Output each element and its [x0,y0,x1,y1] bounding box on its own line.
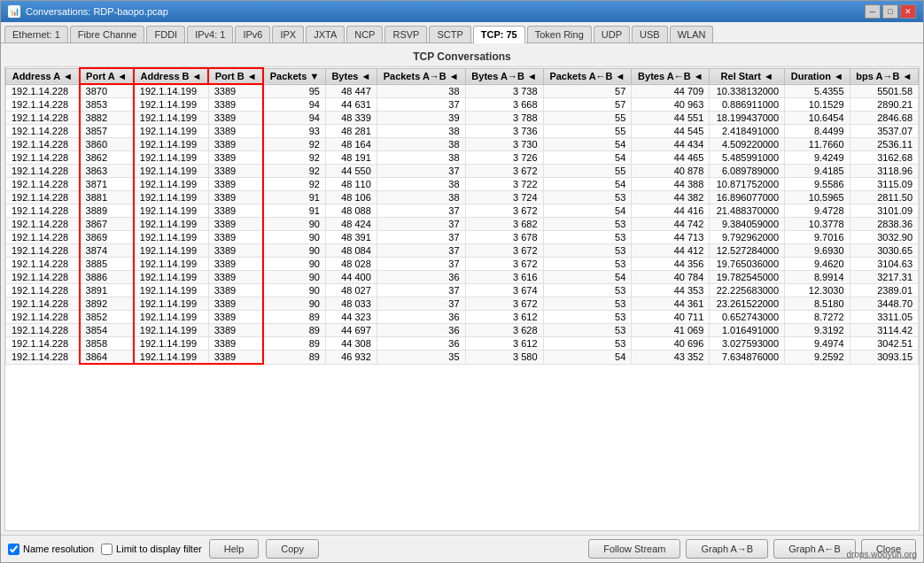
col-header-address-b[interactable]: Address B ◄ [134,68,208,84]
cell-r15-c12: 2389.01 [850,284,918,297]
cell-r11-c9: 44 713 [632,231,710,244]
tab-token-ring[interactable]: Token Ring [527,26,592,42]
cell-r5-c7: 3 726 [465,151,543,165]
tab-wlan[interactable]: WLAN [670,26,714,42]
cell-r11-c2: 192.1.14.199 [134,231,208,244]
col-header-packets-a-b[interactable]: Packets A→B ◄ [377,68,465,84]
name-resolution-checkbox[interactable] [8,544,19,555]
cell-r20-c7: 3 580 [465,351,543,365]
cell-r2-c5: 48 339 [325,112,377,125]
cell-r4-c4: 92 [263,138,325,151]
cell-r19-c9: 40 696 [632,337,710,351]
graph-ba-button[interactable]: Graph A←B [773,539,856,559]
tab-udp[interactable]: UDP [594,26,630,42]
cell-r5-c5: 48 191 [325,151,377,165]
limit-display-checkbox[interactable] [101,544,113,555]
cell-r15-c1: 3891 [80,284,134,297]
table-row[interactable]: 192.1.14.2283854192.1.14.19933898944 697… [6,324,919,337]
cell-r16-c8: 53 [543,297,632,311]
tab-fddi[interactable]: FDDI [146,26,185,42]
col-header-address-a[interactable]: Address A ◄ [6,68,80,84]
table-row[interactable]: 192.1.14.2283871192.1.14.19933899248 110… [6,178,919,191]
table-row[interactable]: 192.1.14.2283886192.1.14.19933899044 400… [6,271,919,284]
cell-r7-c8: 54 [543,178,632,191]
graph-ab-button[interactable]: Graph A→B [686,539,768,559]
table-row[interactable]: 192.1.14.2283869192.1.14.19933899048 391… [6,231,919,244]
cell-r18-c2: 192.1.14.199 [134,324,208,337]
col-header-packets[interactable]: Packets ▼ [263,68,325,84]
table-row[interactable]: 192.1.14.2283881192.1.14.19933899148 106… [6,191,919,204]
cell-r9-c8: 54 [543,204,632,218]
close-window-button[interactable]: ✕ [900,4,916,19]
cell-r1-c8: 57 [543,98,632,112]
table-row[interactable]: 192.1.14.2283860192.1.14.19933899248 164… [6,138,919,151]
table-row[interactable]: 192.1.14.2283862192.1.14.19933899248 191… [6,151,919,165]
table-row[interactable]: 192.1.14.2283889192.1.14.19933899148 088… [6,204,919,218]
cell-r13-c11: 9.4620 [785,258,850,271]
table-row[interactable]: 192.1.14.2283867192.1.14.19933899048 424… [6,218,919,231]
cell-r8-c7: 3 724 [465,191,543,204]
col-header-port-a[interactable]: Port A ◄ [80,68,134,84]
table-row[interactable]: 192.1.14.2283852192.1.14.19933898944 323… [6,311,919,324]
cell-r14-c10: 19.782545000 [710,271,785,284]
cell-r12-c5: 48 084 [325,244,377,258]
table-row[interactable]: 192.1.14.2283853192.1.14.19933899444 631… [6,98,919,112]
tab-fibre-channe[interactable]: Fibre Channe [70,26,145,42]
table-row[interactable]: 192.1.14.2283882192.1.14.19933899448 339… [6,112,919,125]
cell-r16-c0: 192.1.14.228 [6,297,80,311]
col-header-bytes-a-b[interactable]: Bytes A→B ◄ [465,68,543,84]
tab-jxta[interactable]: JXTA [306,26,345,42]
copy-button[interactable]: Copy [266,539,319,559]
tab-ipx[interactable]: IPX [272,26,304,42]
cell-r7-c10: 10.871752000 [710,178,785,191]
col-header-bps-a-b[interactable]: bps A→B ◄ [850,68,918,84]
tab-ethernet--1[interactable]: Ethernet: 1 [4,26,68,42]
tab-ipv6[interactable]: IPv6 [235,26,270,42]
col-header-port-b[interactable]: Port B ◄ [208,68,263,84]
cell-r13-c8: 53 [543,258,632,271]
tab-ncp[interactable]: NCP [346,26,383,42]
cell-r10-c9: 44 742 [632,218,710,231]
table-row[interactable]: 192.1.14.2283864192.1.14.19933898946 932… [6,351,919,365]
cell-r20-c2: 192.1.14.199 [134,351,208,365]
table-row[interactable]: 192.1.14.2283885192.1.14.19933899048 028… [6,258,919,271]
cell-r10-c5: 48 424 [325,218,377,231]
table-row[interactable]: 192.1.14.2283858192.1.14.19933898944 308… [6,337,919,351]
table-row[interactable]: 192.1.14.2283857192.1.14.19933899348 281… [6,125,919,138]
col-header-bytes[interactable]: Bytes ◄ [325,68,377,84]
conversations-table-container[interactable]: Address A ◄Port A ◄Address B ◄Port B ◄Pa… [4,66,920,531]
follow-stream-button[interactable]: Follow Stream [588,539,680,559]
name-resolution-checkbox-label[interactable]: Name resolution [8,544,94,555]
maximize-button[interactable]: □ [882,4,898,19]
cell-r16-c11: 8.5180 [785,297,850,311]
table-row[interactable]: 192.1.14.2283892192.1.14.19933899048 033… [6,297,919,311]
protocol-tabs: Ethernet: 1Fibre ChanneFDDIIPv4: 1IPv6IP… [1,22,923,43]
cell-r6-c0: 192.1.14.228 [6,165,80,178]
tab-ipv4--1[interactable]: IPv4: 1 [187,26,233,42]
col-header-packets-a-b[interactable]: Packets A←B ◄ [543,68,632,84]
table-row[interactable]: 192.1.14.2283870192.1.14.19933899548 447… [6,84,919,98]
tab-sctp[interactable]: SCTP [429,26,470,42]
table-row[interactable]: 192.1.14.2283891192.1.14.19933899048 027… [6,284,919,297]
tab-rsvp[interactable]: RSVP [384,26,427,42]
limit-display-checkbox-label[interactable]: Limit to display filter [101,544,202,555]
cell-r4-c12: 2536.11 [850,138,918,151]
cell-r15-c2: 192.1.14.199 [134,284,208,297]
col-header-bytes-a-b[interactable]: Bytes A←B ◄ [632,68,710,84]
tab-usb[interactable]: USB [632,26,668,42]
cell-r1-c6: 37 [377,98,465,112]
tab-tcp--75[interactable]: TCP: 75 [473,26,525,43]
cell-r14-c11: 8.9914 [785,271,850,284]
cell-r16-c12: 3448.70 [850,297,918,311]
col-header-rel-start[interactable]: Rel Start ◄ [710,68,785,84]
cell-r3-c4: 93 [263,125,325,138]
minimize-button[interactable]: ─ [865,4,881,19]
help-button[interactable]: Help [209,539,260,559]
col-header-duration[interactable]: Duration ◄ [785,68,850,84]
cell-r20-c6: 35 [377,351,465,365]
cell-r5-c0: 192.1.14.228 [6,151,80,165]
cell-r17-c6: 36 [377,311,465,324]
table-row[interactable]: 192.1.14.2283863192.1.14.19933899244 550… [6,165,919,178]
table-row[interactable]: 192.1.14.2283874192.1.14.19933899048 084… [6,244,919,258]
cell-r0-c5: 48 447 [325,84,377,98]
